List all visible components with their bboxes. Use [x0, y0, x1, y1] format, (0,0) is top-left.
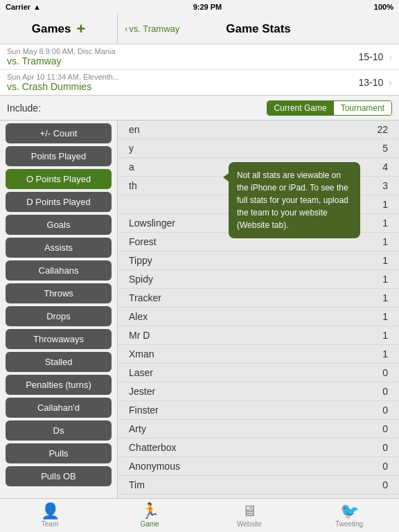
- include-label: Include:: [7, 103, 41, 114]
- back-button[interactable]: ‹ vs. Tramway: [118, 24, 186, 34]
- player-name: Laser: [129, 367, 153, 378]
- tweeting-icon: 🐦: [340, 504, 359, 519]
- stat-btn-o-points[interactable]: O Points Played: [6, 169, 112, 189]
- stat-btn-callahans[interactable]: Callahans: [6, 260, 112, 281]
- stat-btn-drops[interactable]: Drops: [6, 306, 112, 326]
- chevron-right-icon-2: ›: [389, 77, 392, 88]
- game-name-crash: vs. Crash Dummies: [7, 81, 359, 92]
- game-icon: 🏃: [141, 504, 159, 519]
- player-value: 0: [382, 461, 388, 472]
- player-value: 0: [382, 386, 388, 397]
- info-tooltip: Not all stats are viewable on the iPhone…: [229, 162, 360, 238]
- stat-btn-stalled[interactable]: Stalled: [6, 352, 112, 372]
- status-time: 9:29 PM: [193, 3, 222, 11]
- tab-tweeting-label: Tweeting: [335, 520, 363, 528]
- status-carrier: Carrier ▲: [6, 3, 41, 11]
- game-score-tramway: 15-10: [359, 51, 384, 62]
- stat-btn-ds[interactable]: Ds: [6, 420, 112, 441]
- include-toggle: Current Game Tournament: [267, 100, 392, 116]
- table-row: Jester0: [118, 382, 399, 401]
- stat-btn-penalties[interactable]: Penalties (turns): [6, 375, 112, 395]
- stat-btn-d-points[interactable]: D Points Played: [6, 192, 112, 212]
- games-nav-section: Games +: [0, 14, 118, 44]
- back-chevron-icon: ‹: [125, 24, 127, 34]
- back-label: vs. Tramway: [129, 24, 179, 34]
- stat-btn-callahand[interactable]: Callahan'd: [6, 398, 112, 418]
- nav-bar: Games + ‹ vs. Tramway Game Stats: [0, 14, 399, 44]
- player-value: 3: [382, 180, 388, 191]
- player-value: 0: [382, 405, 388, 416]
- game-score-crash: 13-10: [359, 77, 384, 88]
- player-value: 1: [382, 255, 388, 266]
- player-value: 22: [377, 124, 388, 135]
- games-title: Games: [32, 22, 71, 36]
- player-name: Tracker: [129, 292, 161, 303]
- tab-website-label: Website: [237, 520, 262, 528]
- game-item-tramway[interactable]: Sun May 8 9:06 AM, Disc Mania vs. Tramwa…: [0, 44, 399, 70]
- player-value: 0: [382, 423, 388, 434]
- stat-btn-pulls-ob[interactable]: Pulls OB: [6, 466, 112, 486]
- stat-buttons-sidebar: +/- Count Points Played O Points Played …: [0, 121, 118, 498]
- current-game-toggle[interactable]: Current Game: [267, 101, 334, 115]
- table-row: Chatterbox0: [118, 438, 399, 457]
- table-row: Tracker1: [118, 289, 399, 308]
- games-list: Sun May 8 9:06 AM, Disc Mania vs. Tramwa…: [0, 44, 399, 96]
- tournament-toggle[interactable]: Tournament: [334, 101, 391, 115]
- player-name: en: [129, 124, 140, 135]
- table-row: Spidy1: [118, 270, 399, 289]
- player-value: 1: [382, 311, 388, 322]
- tab-website[interactable]: 🖥 Website: [200, 501, 299, 531]
- tab-bar: 👤 Team 🏃 Game 🖥 Website 🐦 Tweeting: [0, 498, 399, 532]
- stat-btn-pulls[interactable]: Pulls: [6, 443, 112, 463]
- status-bar: Carrier ▲ 9:29 PM 100%: [0, 0, 399, 14]
- player-value: 1: [382, 348, 388, 360]
- player-name: Alex: [129, 311, 148, 322]
- game-date-crash: Sun Apr 10 11:34 AM, Eleventh...: [7, 73, 359, 81]
- game-date-tramway: Sun May 8 9:06 AM, Disc Mania: [7, 47, 359, 55]
- player-name: Lowslinger: [129, 218, 175, 229]
- player-value: 1: [382, 292, 388, 303]
- player-value: 5: [382, 143, 388, 154]
- team-icon: 👤: [41, 504, 60, 519]
- player-name: Arty: [129, 423, 146, 434]
- player-name: Xman: [129, 348, 154, 360]
- player-name: Finster: [129, 405, 159, 416]
- include-bar: Include: Current Game Tournament: [0, 96, 399, 121]
- tab-game[interactable]: 🏃 Game: [100, 501, 200, 531]
- table-row: Arty0: [118, 420, 399, 438]
- player-value: 1: [382, 236, 388, 247]
- table-row: Finster0: [118, 401, 399, 420]
- player-name: Tippy: [129, 255, 152, 266]
- tab-tweeting[interactable]: 🐦 Tweeting: [299, 501, 399, 531]
- main-content: Sun May 8 9:06 AM, Disc Mania vs. Tramwa…: [0, 44, 399, 498]
- game-name-tramway: vs. Tramway: [7, 55, 359, 66]
- game-item-crash[interactable]: Sun Apr 10 11:34 AM, Eleventh... vs. Cra…: [0, 70, 399, 95]
- player-value: 1: [382, 199, 388, 210]
- add-game-button[interactable]: +: [76, 20, 85, 38]
- game-info-tramway: Sun May 8 9:06 AM, Disc Mania vs. Tramwa…: [7, 47, 359, 66]
- tab-team-label: Team: [42, 520, 58, 528]
- player-name: y: [129, 143, 134, 154]
- stats-right-panel: Not all stats are viewable on the iPhone…: [118, 121, 399, 498]
- tab-team[interactable]: 👤 Team: [0, 501, 100, 531]
- player-name: Chatterbox: [129, 442, 176, 453]
- stat-btn-points-played[interactable]: Points Played: [6, 146, 112, 166]
- table-row: y5: [118, 139, 399, 158]
- table-row: Anonymous0: [118, 457, 399, 476]
- stat-btn-assists[interactable]: Assists: [6, 238, 112, 258]
- status-battery: 100%: [374, 3, 393, 11]
- stat-btn-plusminus[interactable]: +/- Count: [6, 123, 112, 143]
- stats-nav-section: ‹ vs. Tramway Game Stats: [118, 14, 399, 44]
- game-info-crash: Sun Apr 10 11:34 AM, Eleventh... vs. Cra…: [7, 73, 359, 92]
- stat-btn-throwaways[interactable]: Throwaways: [6, 329, 112, 349]
- player-name: Anonymous: [129, 461, 180, 472]
- player-value: 1: [382, 218, 388, 229]
- table-row: Mr D1: [118, 326, 399, 345]
- player-value: 0: [382, 479, 388, 490]
- stat-btn-throws[interactable]: Throws: [6, 283, 112, 303]
- player-value: 1: [382, 274, 388, 285]
- player-name: Tim: [129, 479, 145, 490]
- stat-btn-goals[interactable]: Goals: [6, 215, 112, 235]
- player-name: th: [129, 180, 137, 191]
- player-name: Mr D: [129, 330, 150, 341]
